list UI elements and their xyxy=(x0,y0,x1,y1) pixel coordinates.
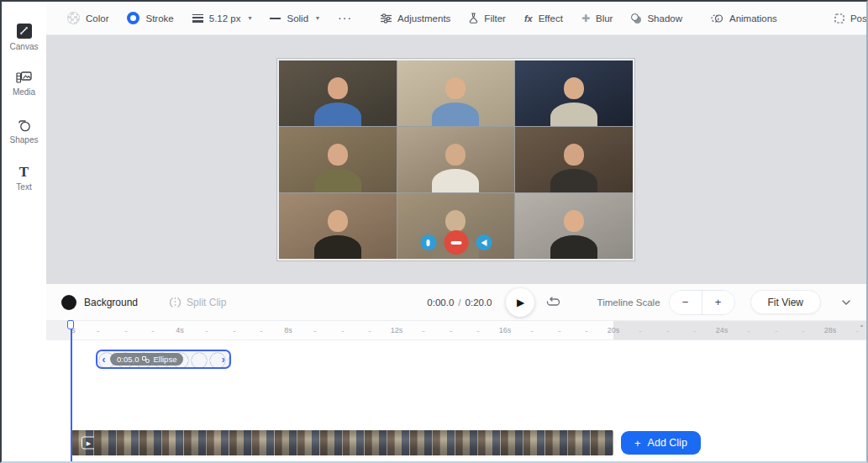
video-participant-man-smiling-gray-wall xyxy=(515,193,633,259)
ruler-scroll-arrow-icon: ▴ xyxy=(860,322,863,328)
solid-line-icon xyxy=(270,18,281,19)
blur-button[interactable]: ✚ Blur xyxy=(572,7,623,30)
loop-button[interactable] xyxy=(546,297,560,308)
clip-label-pill: 0:05.0 Ellipse xyxy=(110,353,183,366)
line-style-dropdown[interactable]: Solid ▾ xyxy=(260,7,329,30)
stroke-button[interactable]: Stroke xyxy=(118,7,182,30)
ruler-tick xyxy=(450,331,452,332)
more-options-button[interactable]: ··· xyxy=(329,7,361,30)
filmstrip-frame xyxy=(275,430,297,455)
sidebar-item-label: Canvas xyxy=(10,42,39,51)
current-time: 0:00.0 xyxy=(427,297,454,308)
split-clip-button[interactable]: Split Clip xyxy=(170,297,226,308)
stroke-width-value: 5.12 px xyxy=(209,13,241,24)
filmstrip-frame xyxy=(117,430,139,455)
filmstrip-frame xyxy=(94,430,117,455)
timeline-tracks[interactable]: ‹ 0:05.0 Ellipse › xyxy=(46,340,866,424)
timeline-scale-label: Timeline Scale xyxy=(597,297,660,308)
ruler-label: 4s xyxy=(176,326,184,334)
timeline-ruler[interactable]: ▴ 0s4s8s12s16s20s24s28s xyxy=(46,321,866,340)
sidebar-item-shapes[interactable]: Shapes xyxy=(2,108,46,155)
clip-name: Ellipse xyxy=(153,355,176,364)
video-grid xyxy=(279,61,633,259)
sidebar-item-canvas[interactable]: Canvas xyxy=(2,13,46,61)
playhead-handle[interactable] xyxy=(67,320,74,329)
ruler-label: 24s xyxy=(716,326,729,334)
background-label[interactable]: Background xyxy=(84,297,138,308)
stroke-width-icon xyxy=(192,14,203,23)
app-window: Color Stroke 5.12 px ▾ Solid ▾ ··· xyxy=(0,0,868,463)
ruler-tick xyxy=(666,331,669,332)
chevron-down-icon: ▾ xyxy=(248,14,251,22)
color-button[interactable]: Color xyxy=(58,7,118,30)
clip-trim-left-handle[interactable]: ‹ xyxy=(97,351,110,367)
stroke-width-dropdown[interactable]: 5.12 px ▾ xyxy=(183,7,261,30)
chevron-down-icon xyxy=(841,299,851,306)
video-participant-man-raised-fist-olive-room xyxy=(279,127,397,192)
playhead[interactable] xyxy=(71,321,72,461)
adjustments-button[interactable]: Adjustments xyxy=(371,7,460,30)
blur-icon: ✚ xyxy=(581,13,590,24)
shapes-icon xyxy=(142,356,150,363)
add-clip-label: Add Clip xyxy=(648,437,687,449)
filmstrip-frame xyxy=(139,430,162,455)
play-button[interactable]: ▶ xyxy=(506,288,534,317)
filmstrip-frame xyxy=(478,430,501,455)
filter-button[interactable]: Filter xyxy=(460,7,515,30)
filmstrip-row: ▶ + Add Clip xyxy=(46,424,866,461)
color-swatch-icon xyxy=(67,12,80,24)
call-controls-overlay xyxy=(420,230,492,255)
ruler-tick xyxy=(314,331,317,332)
ruler-tick xyxy=(206,331,208,332)
filmstrip-frame xyxy=(387,430,410,455)
ruler-label: 8s xyxy=(284,326,292,334)
video-participant-man-waving-striped-shirt xyxy=(397,61,515,126)
sidebar-item-text[interactable]: T Text xyxy=(2,155,46,202)
ruler-label: 16s xyxy=(499,326,512,334)
timeline-clip[interactable]: ‹ 0:05.0 Ellipse › xyxy=(96,350,231,369)
blur-label: Blur xyxy=(596,13,613,24)
filmstrip-frame xyxy=(297,430,320,455)
canvas-expand-icon xyxy=(17,24,32,39)
filmstrip-frame xyxy=(207,430,229,455)
collapse-timeline-button[interactable] xyxy=(841,299,851,306)
background-color-swatch[interactable] xyxy=(61,295,76,310)
ruler-tick xyxy=(423,331,425,332)
clip-trim-right-handle[interactable]: › xyxy=(217,351,229,367)
zoom-out-button[interactable]: − xyxy=(670,291,702,314)
shapes-icon xyxy=(17,118,31,132)
filter-label: Filter xyxy=(484,13,506,24)
animations-label: Animations xyxy=(729,13,777,24)
media-icon xyxy=(16,71,32,84)
add-clip-button[interactable]: + Add Clip xyxy=(621,431,701,455)
video-clip-filmstrip[interactable]: ▶ xyxy=(71,430,613,455)
sidebar-item-media[interactable]: Media xyxy=(2,61,46,108)
animations-icon xyxy=(711,13,723,24)
time-separator: / xyxy=(458,297,460,308)
split-clip-icon xyxy=(170,297,181,308)
ruler-tick xyxy=(341,331,344,332)
video-participant-man-blue-shirt-bookshelf xyxy=(279,61,397,126)
adjustments-label: Adjustments xyxy=(397,13,450,24)
ruler-tick xyxy=(476,331,479,332)
mic-icon xyxy=(420,234,436,250)
effect-button[interactable]: fx Effect xyxy=(515,7,572,30)
timeline-controls: Background Split Clip 0:00.0 / 0:20.0 ▶ xyxy=(46,284,866,321)
zoom-in-button[interactable]: + xyxy=(702,291,734,314)
play-icon: ▶ xyxy=(517,297,524,308)
video-participant-woman-in-doorway xyxy=(397,127,515,192)
canvas-workspace[interactable] xyxy=(46,35,866,284)
filmstrip-frame xyxy=(433,430,455,455)
hangup-icon xyxy=(444,230,468,255)
position-button[interactable]: Position xyxy=(825,7,868,30)
speaker-icon xyxy=(476,234,492,250)
stroke-swatch-icon xyxy=(127,12,139,24)
ruler-tick xyxy=(124,331,127,332)
ruler-tick xyxy=(748,331,750,332)
fit-view-button[interactable]: Fit View xyxy=(750,290,821,314)
ruler-tick xyxy=(639,331,642,332)
video-element[interactable] xyxy=(277,59,634,260)
animations-button[interactable]: Animations xyxy=(702,7,786,30)
shadow-button[interactable]: Shadow xyxy=(622,7,692,30)
sidebar-item-label: Text xyxy=(16,182,31,192)
